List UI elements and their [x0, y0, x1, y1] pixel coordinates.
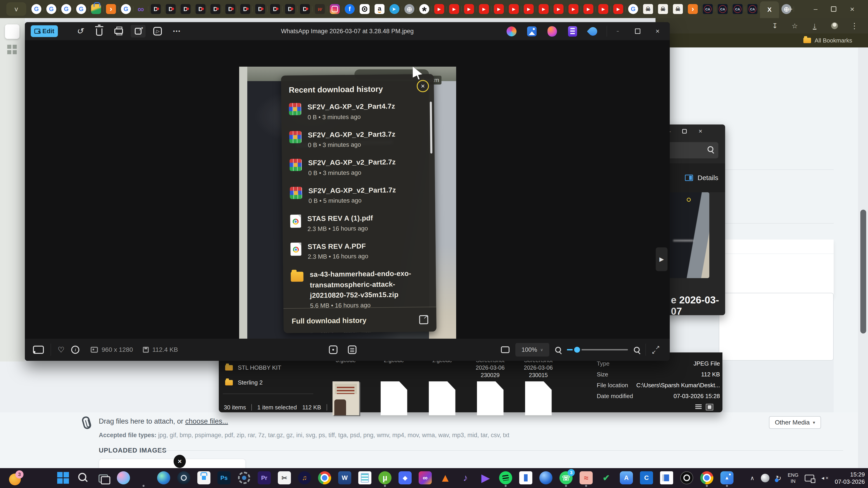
browser-tab[interactable]	[700, 2, 715, 16]
taskbar-app-icon[interactable]	[640, 471, 653, 484]
browser-tab[interactable]	[685, 2, 700, 16]
gallery-photo-thumbnail[interactable]	[664, 192, 709, 278]
minimize-icon[interactable]: –	[814, 5, 817, 13]
browser-tab[interactable]	[402, 2, 417, 16]
browser-toolbar-icon[interactable]	[850, 21, 859, 30]
app-shortcut-icon[interactable]	[588, 26, 598, 37]
taskbar-app-icon[interactable]	[177, 471, 190, 484]
other-media-button[interactable]: Other Media ▾	[769, 416, 821, 429]
viewer-toolbar-icon[interactable]	[150, 25, 165, 37]
volume-muted-icon[interactable]	[820, 475, 829, 481]
browser-tab[interactable]	[566, 2, 581, 16]
maximize-icon[interactable]	[682, 129, 687, 133]
app-shortcut-icon[interactable]	[527, 26, 537, 37]
taskbar-app-icon[interactable]	[217, 471, 230, 484]
browser-tab[interactable]	[29, 2, 44, 16]
viewer-toolbar-icon[interactable]	[131, 25, 146, 37]
browser-tab[interactable]	[327, 2, 342, 16]
onedrive-cloud-icon[interactable]	[761, 474, 770, 482]
hidden-icons-chevron[interactable]: ∧	[750, 475, 754, 482]
cast-display-icon[interactable]	[805, 475, 814, 482]
app-shortcut-icon[interactable]	[567, 26, 578, 37]
taskbar-app-icon[interactable]	[459, 471, 472, 484]
side-panel-page-icon[interactable]	[5, 24, 20, 39]
app-shortcut-icon[interactable]	[547, 26, 557, 37]
fullscreen-icon[interactable]	[652, 346, 660, 354]
remove-upload-button[interactable]: ×	[174, 455, 186, 468]
taskbar-app-icon[interactable]	[278, 471, 291, 484]
list-view-icon[interactable]	[695, 404, 702, 410]
browser-tab[interactable]	[387, 2, 402, 16]
browser-tab[interactable]	[641, 2, 655, 16]
sync-icon[interactable]: ↻	[776, 474, 781, 482]
browser-tab[interactable]	[59, 2, 74, 16]
viewer-toolbar-icon[interactable]	[169, 25, 184, 37]
browser-tab[interactable]	[193, 2, 208, 16]
browser-toolbar-icon[interactable]	[830, 21, 839, 30]
browser-tab[interactable]	[357, 2, 372, 16]
browser-tab[interactable]	[342, 2, 357, 16]
browser-tab[interactable]	[253, 2, 268, 16]
gallery-search-input[interactable]	[667, 142, 718, 158]
browser-toolbar-icon[interactable]	[770, 21, 779, 30]
taskbar-app-icon[interactable]	[137, 471, 150, 484]
visual-search-icon[interactable]	[329, 346, 338, 354]
browser-tab[interactable]	[596, 2, 611, 16]
close-icon[interactable]: ×	[648, 22, 668, 40]
taskbar-app-icon[interactable]	[479, 471, 492, 484]
browser-scrollbar-track[interactable]	[858, 47, 868, 468]
browser-tab[interactable]	[44, 2, 59, 16]
browser-tab[interactable]	[283, 2, 298, 16]
browser-tab[interactable]	[506, 2, 521, 16]
info-icon[interactable]	[71, 346, 79, 354]
maximize-icon[interactable]	[628, 22, 648, 40]
language-indicator[interactable]: ENG IN	[788, 472, 799, 484]
all-bookmarks-label[interactable]: All Bookmarks	[815, 37, 852, 44]
close-icon[interactable]: ×	[850, 5, 855, 13]
taskbar-app-icon[interactable]	[238, 471, 251, 484]
browser-tab[interactable]	[298, 2, 312, 16]
explorer-folder-item[interactable]: STL HOBBY KIT	[225, 364, 281, 371]
taskbar-app-icon[interactable]	[620, 471, 633, 484]
browser-tab[interactable]	[223, 2, 238, 16]
viewer-toolbar-icon[interactable]	[72, 25, 87, 37]
taskbar-app-icon[interactable]	[197, 471, 211, 484]
thumbnail-view-icon[interactable]	[706, 404, 713, 411]
zoom-out-icon[interactable]	[555, 347, 561, 353]
browser-toolbar-icon[interactable]	[810, 21, 819, 30]
zoom-level-dropdown[interactable]: 100% ∨	[515, 343, 549, 357]
browser-tab[interactable]	[89, 2, 103, 16]
taskbar-app-icon[interactable]	[157, 471, 170, 484]
close-icon[interactable]: ×	[699, 128, 702, 135]
browser-tab[interactable]	[715, 2, 730, 16]
browser-tab[interactable]	[760, 1, 779, 18]
browser-tab[interactable]	[208, 2, 223, 16]
taskbar-app-icon[interactable]	[258, 471, 271, 484]
viewer-toolbar-icon[interactable]	[111, 25, 126, 37]
browser-tab[interactable]	[148, 2, 163, 16]
browser-tab[interactable]	[551, 2, 566, 16]
browser-tab[interactable]	[462, 2, 476, 16]
browser-tab[interactable]	[671, 2, 685, 16]
taskbar-app-icon[interactable]	[97, 471, 110, 484]
taskbar-app-icon[interactable]	[580, 471, 593, 484]
filmstrip-icon[interactable]	[33, 346, 44, 354]
explorer-folder-item[interactable]: Sterling 2	[225, 379, 263, 386]
browser-tab[interactable]	[417, 2, 432, 16]
browser-tab[interactable]	[730, 2, 745, 16]
choose-files-link[interactable]: choose files...	[185, 417, 228, 425]
zoom-slider[interactable]	[567, 349, 628, 350]
browser-tab[interactable]	[536, 2, 551, 16]
favorite-heart-icon[interactable]	[58, 345, 64, 354]
taskbar-app-icon[interactable]	[399, 471, 412, 484]
new-tab-button[interactable]: +	[782, 0, 798, 18]
minimize-icon[interactable]: –	[608, 22, 628, 40]
browser-tab[interactable]	[745, 2, 760, 16]
text-extract-icon[interactable]	[348, 346, 356, 354]
zoom-slider-thumb[interactable]	[574, 347, 580, 353]
browser-tab[interactable]	[178, 2, 193, 16]
browser-tab[interactable]	[133, 2, 148, 16]
taskbar-app-icon[interactable]	[298, 471, 311, 484]
taskbar-app-icon[interactable]	[700, 471, 713, 484]
taskbar-weather-widget[interactable]: 3	[9, 471, 23, 485]
